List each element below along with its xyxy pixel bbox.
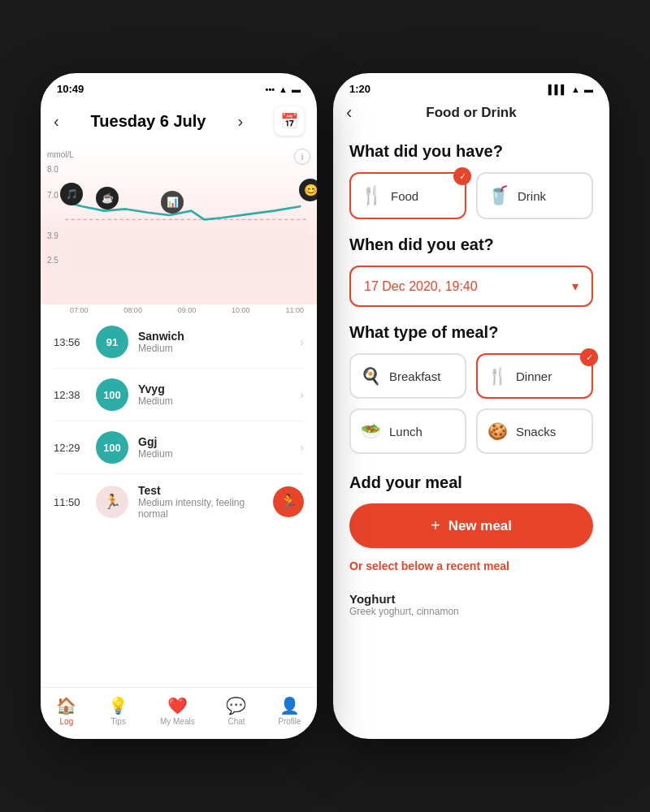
meal-time: 13:56 [54,336,86,348]
x-label-11: 11:00 [285,306,304,314]
recent-label: Or select below a recent meal [349,559,593,572]
food-drink-options: 🍴 Food ✓ 🥤 Drink [349,172,593,219]
new-meal-label: New meal [448,518,512,534]
exercise-time: 11:50 [54,496,86,508]
signal-icon-right: ▌▌▌ [548,84,567,94]
next-date-button[interactable]: › [237,112,243,131]
nav-label-log: Log [60,717,74,726]
x-label-10: 10:00 [232,306,250,314]
svg-rect-0 [65,219,309,272]
meal-name: Ggj [138,435,290,448]
calendar-icon[interactable]: 📅 [275,106,304,136]
nav-item-chat[interactable]: 💬 Chat [226,696,246,726]
exercise-add-icon: 🏃 [273,486,304,517]
meal-info: Ggj Medium [138,435,290,460]
y-value-7: 7.0 [47,191,58,200]
chevron-right-icon: › [300,441,304,454]
left-phone: 10:49 ••• ▲ ▬ ‹ Tuesday 6 July › 📅 i mmo… [41,73,317,739]
lunch-label: Lunch [389,425,422,438]
meal-list: 13:56 91 Sanwich Medium › 12:38 100 Yvyg… [41,316,317,687]
meal-score: 100 [96,378,128,411]
section-title-type: What type of meal? [349,323,593,342]
meal-desc: Medium [138,448,290,460]
y-value-25: 2.5 [47,256,58,265]
section-title-when: When did you eat? [349,235,593,254]
heart-icon: ❤️ [167,696,188,715]
list-item[interactable]: Yoghurt Greek yoghurt, cinnamon [349,585,593,624]
signal-icon: ••• [266,84,275,94]
table-row[interactable]: 12:38 100 Yvyg Medium › [54,369,304,421]
nav-label-profile: Profile [278,717,301,726]
meal-desc: Medium [138,343,290,354]
status-time-right: 1:20 [349,83,370,95]
chevron-down-icon: ▾ [572,279,578,294]
meal-type-snacks[interactable]: 🍪 Snacks [476,408,593,454]
tips-icon: 💡 [108,696,128,715]
person-icon: 🏃 [103,493,121,511]
recent-meal-name: Yoghurt [349,592,593,606]
nav-item-my-meals[interactable]: ❤️ My Meals [160,696,195,726]
profile-icon: 👤 [280,696,300,715]
chart-svg [65,158,309,272]
meal-type-dinner[interactable]: 🍴 Dinner ✓ [476,353,593,399]
meal-name: Sanwich [138,330,290,343]
exercise-desc: Medium intensity, feeling normal [138,497,263,520]
y-value-8: 8.0 [47,165,58,174]
dinner-label: Dinner [516,369,552,383]
exercise-info: Test Medium intensity, feeling normal [138,484,263,520]
lunch-icon: 🥗 [361,421,381,441]
dinner-checkmark: ✓ [580,348,598,366]
right-content: What did you have? 🍴 Food ✓ 🥤 Drink When… [333,129,609,739]
status-icons-left: ••• ▲ ▬ [266,84,301,94]
chart-area: i mmol/L 8.0 7.0 3.9 2.5 🎵 ☕ 📊 😊 [41,142,317,304]
status-time-left: 10:49 [57,83,84,95]
nav-label-tips: Tips [110,717,126,726]
drink-option[interactable]: 🥤 Drink [476,172,593,219]
battery-icon-right: ▬ [584,84,593,94]
food-checkmark: ✓ [453,167,471,185]
chart-dot-2: ☕ [96,187,119,209]
meal-score: 100 [96,431,128,464]
food-option[interactable]: 🍴 Food ✓ [349,172,466,219]
nav-item-profile[interactable]: 👤 Profile [278,696,301,726]
x-label-09: 09:00 [178,306,197,314]
x-label-08: 08:00 [124,306,142,314]
back-button[interactable]: ‹ [346,102,352,123]
recent-meal-desc: Greek yoghurt, cinnamon [349,606,593,617]
person-add-icon: 🏃 [280,493,297,511]
table-row[interactable]: 12:29 100 Ggj Medium › [54,421,304,474]
chart-dot-3: 📊 [161,191,184,214]
meal-time: 12:38 [54,389,86,401]
nav-item-log[interactable]: 🏠 Log [56,696,76,726]
date-label: Tuesday 6 July [91,112,206,131]
wifi-icon-right: ▲ [571,84,580,94]
meal-time: 12:29 [54,442,86,454]
prev-date-button[interactable]: ‹ [54,112,59,131]
meal-info: Sanwich Medium [138,330,290,354]
wifi-icon: ▲ [279,84,288,94]
status-bar-left: 10:49 ••• ▲ ▬ [41,73,317,100]
meal-name: Yvyg [138,382,290,395]
drink-icon: 🥤 [488,185,509,206]
list-item[interactable]: 11:50 🏃 Test Medium intensity, feeling n… [54,474,304,529]
breakfast-label: Breakfast [389,369,440,383]
nav-header-left: ‹ Tuesday 6 July › 📅 [41,100,317,142]
date-selector[interactable]: 17 Dec 2020, 19:40 ▾ [349,266,593,307]
meal-type-breakfast[interactable]: 🍳 Breakfast [349,353,466,399]
nav-label-my-meals: My Meals [160,717,195,726]
chart-x-labels: 07:00 08:00 09:00 10:00 11:00 [41,304,317,316]
chart-dot-1: 🎵 [60,183,83,205]
nav-item-tips[interactable]: 💡 Tips [108,696,128,726]
date-value: 17 Dec 2020, 19:40 [364,279,478,294]
table-row[interactable]: 13:56 91 Sanwich Medium › [54,316,304,369]
chevron-right-icon: › [300,335,304,348]
dinner-icon: 🍴 [488,366,508,386]
meal-info: Yvyg Medium [138,382,290,407]
meal-score: 91 [96,326,128,358]
status-icons-right: ▌▌▌ ▲ ▬ [548,84,593,94]
right-phone: 1:20 ▌▌▌ ▲ ▬ ‹ Food or Drink What did yo… [333,73,609,739]
meal-type-lunch[interactable]: 🥗 Lunch [349,408,466,454]
bottom-nav-left: 🏠 Log 💡 Tips ❤️ My Meals 💬 Chat 👤 Profil… [41,687,317,739]
new-meal-button[interactable]: + New meal [349,503,593,548]
battery-icon-left: ▬ [292,84,301,94]
